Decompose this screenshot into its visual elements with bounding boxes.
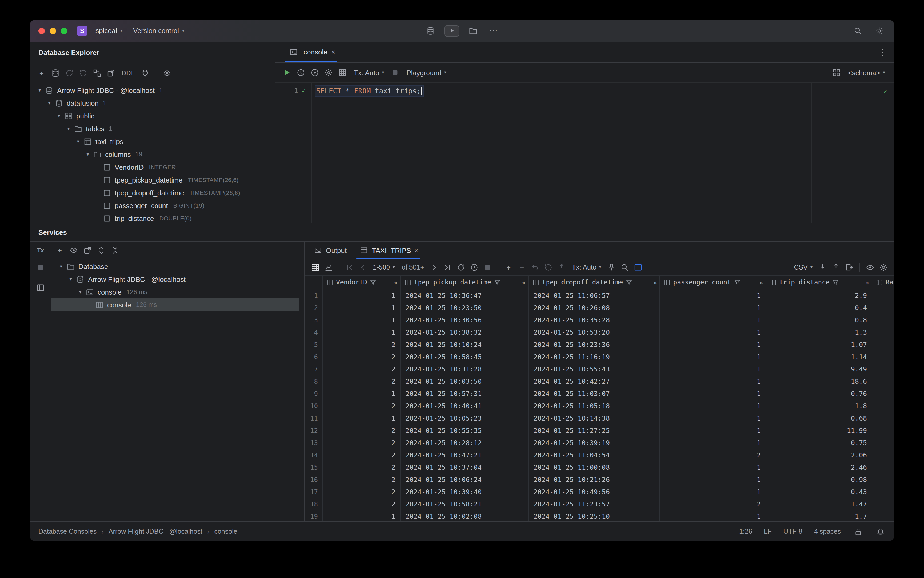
grid-cell[interactable]: 1: [660, 510, 766, 521]
export-icon[interactable]: [843, 261, 856, 273]
grid-cell[interactable]: 1: [660, 326, 766, 338]
grid-cell[interactable]: 1: [660, 485, 766, 498]
row-number[interactable]: 11: [305, 412, 323, 424]
grid-cell[interactable]: [872, 375, 894, 388]
row-number[interactable]: 5: [305, 338, 323, 351]
grid-cell[interactable]: [872, 498, 894, 510]
grid-cell[interactable]: [872, 449, 894, 461]
restore-icon[interactable]: [77, 67, 90, 79]
breadcrumb-item[interactable]: Arrow Flight JDBC - @localhost: [109, 528, 203, 535]
editor-options-icon[interactable]: ⋮: [876, 45, 889, 58]
grid-cell[interactable]: 2024-01-25 10:06:24: [400, 473, 529, 485]
tab-console[interactable]: console ×: [280, 42, 342, 62]
page-range-dropdown[interactable]: 1-500 ▾: [370, 264, 398, 271]
open-in-icon[interactable]: [81, 244, 94, 257]
tab-output[interactable]: Output: [307, 242, 353, 259]
column-header-vendorid[interactable]: VendorID⇅: [323, 276, 400, 289]
explorer-item-arrow-flight-jdbc-localhost[interactable]: ▾Arrow Flight JDBC - @localhost1: [30, 84, 275, 97]
tab-taxi-trips[interactable]: TAXI_TRIPS ×: [353, 242, 424, 259]
grid-cell[interactable]: 2024-01-25 10:03:50: [400, 375, 529, 388]
database-tool-icon[interactable]: [424, 24, 437, 37]
grid-cell[interactable]: 2024-01-25 11:06:57: [529, 289, 660, 302]
run-all-icon[interactable]: [308, 66, 321, 79]
grid-cell[interactable]: 1: [660, 302, 766, 314]
grid-cell[interactable]: 2024-01-25 10:05:23: [400, 412, 529, 424]
grid-cell[interactable]: 2024-01-25 10:39:19: [529, 437, 660, 449]
expand-all-icon[interactable]: [95, 244, 108, 257]
find-icon[interactable]: [618, 261, 631, 273]
row-number[interactable]: 2: [305, 302, 323, 314]
tx-mode-dropdown[interactable]: Tx: Auto ▾: [569, 264, 605, 271]
row-number[interactable]: 9: [305, 388, 323, 400]
grid-cell[interactable]: [872, 400, 894, 412]
grid-cell[interactable]: 1: [660, 363, 766, 375]
services-item-arrow-flight-jdbc-localhost[interactable]: ▾Arrow Flight JDBC - @localhost: [51, 273, 304, 286]
schema-dropdown[interactable]: <schema> ▾: [844, 68, 889, 78]
chevron-down-icon[interactable]: ▾: [45, 100, 54, 106]
ddl-button[interactable]: DDL: [118, 69, 138, 76]
row-number[interactable]: 7: [305, 363, 323, 375]
reload-icon[interactable]: [454, 261, 467, 273]
grid-cell[interactable]: 1.07: [766, 338, 872, 351]
grid-cell[interactable]: 2024-01-25 10:26:08: [529, 302, 660, 314]
column-header-rate[interactable]: Rate⇅: [872, 276, 894, 289]
open-in-icon[interactable]: [105, 67, 117, 79]
row-number[interactable]: 16: [305, 473, 323, 485]
grid-cell[interactable]: 2: [323, 400, 400, 412]
chevron-down-icon[interactable]: ▾: [64, 126, 73, 131]
grid-cell[interactable]: 2024-01-25 11:16:19: [529, 351, 660, 363]
grid-cell[interactable]: 2024-01-25 10:58:45: [400, 351, 529, 363]
datasource-icon[interactable]: [49, 67, 62, 79]
grid-cell[interactable]: 2024-01-25 10:25:10: [529, 510, 660, 521]
stop-icon[interactable]: [389, 66, 402, 79]
chevron-down-icon[interactable]: ▾: [76, 289, 85, 295]
grid-cell[interactable]: 2024-01-25 10:39:40: [400, 485, 529, 498]
grid-cell[interactable]: 0.4: [766, 302, 872, 314]
grid-cell[interactable]: 1: [323, 412, 400, 424]
export-format-dropdown[interactable]: CSV ▾: [791, 264, 816, 271]
grid-cell[interactable]: 9.49: [766, 363, 872, 375]
grid-cell[interactable]: 2024-01-25 10:53:20: [529, 326, 660, 338]
run-icon[interactable]: [280, 66, 293, 79]
chevron-down-icon[interactable]: ▾: [35, 88, 44, 93]
grid-cell[interactable]: 1: [660, 461, 766, 473]
next-page-icon[interactable]: [428, 261, 441, 273]
column-header-passenger-count[interactable]: passenger_count⇅: [660, 276, 766, 289]
column-header-tpep-dropoff-datetime[interactable]: tpep_dropoff_datetime⇅: [529, 276, 660, 289]
grid-cell[interactable]: 2024-01-25 10:21:26: [529, 473, 660, 485]
chart-view-icon[interactable]: [322, 261, 335, 273]
view-options-eye-icon[interactable]: [864, 261, 877, 273]
grid-cell[interactable]: 2024-01-25 10:30:56: [400, 314, 529, 326]
row-number[interactable]: 17: [305, 485, 323, 498]
grid-cell[interactable]: 2024-01-25 10:28:12: [400, 437, 529, 449]
grid-cell[interactable]: 2024-01-25 10:35:28: [529, 314, 660, 326]
explorer-item-taxi-trips[interactable]: ▾taxi_trips: [30, 135, 275, 148]
grid-cell[interactable]: 1: [660, 473, 766, 485]
grid-cell[interactable]: 2024-01-25 10:55:35: [400, 424, 529, 437]
more-actions-icon[interactable]: ⋯: [487, 24, 500, 37]
upload-icon[interactable]: [830, 261, 842, 273]
row-number[interactable]: 8: [305, 375, 323, 388]
grid-cell[interactable]: 2.9: [766, 289, 872, 302]
grid-cell[interactable]: 2024-01-25 10:02:08: [400, 510, 529, 521]
grid-cell[interactable]: 1.3: [766, 326, 872, 338]
editor-content[interactable]: 1 ✓ SELECT * FROM taxi_trips; ✓: [275, 83, 894, 222]
grid-cell[interactable]: 2: [323, 375, 400, 388]
search-icon[interactable]: [851, 24, 864, 37]
explorer-item-tpep-pickup-datetime[interactable]: tpep_pickup_datetimeTIMESTAMP(26,6): [30, 174, 275, 186]
grid-cell[interactable]: 2: [660, 498, 766, 510]
version-control-dropdown[interactable]: Version control ▾: [130, 24, 188, 37]
download-icon[interactable]: [816, 261, 829, 273]
add-datasource-icon[interactable]: +: [35, 67, 48, 79]
grid-cell[interactable]: 1: [660, 400, 766, 412]
column-header-tpep-pickup-datetime[interactable]: tpep_pickup_datetime⇅: [400, 276, 529, 289]
grid-cell[interactable]: 2: [323, 485, 400, 498]
detail-panel-icon[interactable]: [632, 261, 644, 273]
grid-cell[interactable]: 1: [660, 314, 766, 326]
close-tab-icon[interactable]: ×: [414, 246, 418, 254]
grid-cell[interactable]: [872, 338, 894, 351]
grid-cell[interactable]: 0.43: [766, 485, 872, 498]
chevron-down-icon[interactable]: ▾: [54, 113, 63, 119]
grid-cell[interactable]: 2.46: [766, 461, 872, 473]
grid-cell[interactable]: 2: [323, 449, 400, 461]
